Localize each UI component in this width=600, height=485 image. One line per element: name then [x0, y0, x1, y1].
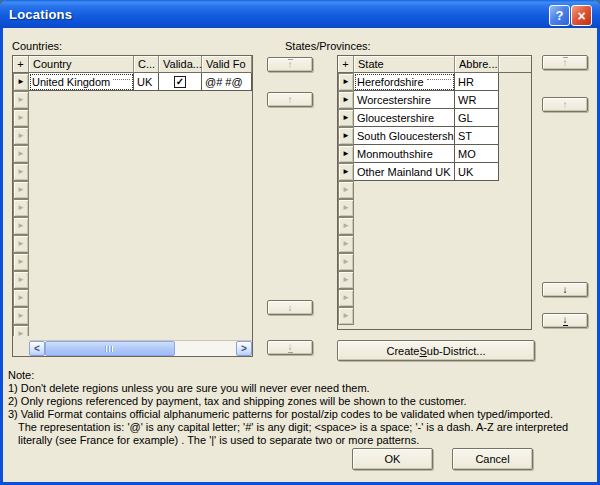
row-selector: ► [13, 253, 29, 271]
close-button[interactable]: × [571, 5, 592, 26]
create-sub-district-label-rest: ub-District... [427, 345, 486, 357]
move-up-icon: ↑ [288, 95, 293, 105]
states-grid-rows: ►HerefordshireHR►WorcestershireWR►Glouce… [338, 73, 531, 181]
row-selector[interactable]: ► [338, 127, 354, 145]
row-selector: ► [13, 109, 29, 127]
row-selector: ► [13, 289, 29, 307]
validate-cell[interactable]: ✓ [159, 73, 202, 91]
create-sub-district-button[interactable]: Create Sub-District... [337, 340, 535, 361]
states-row[interactable]: ►GloucestershireGL [338, 109, 531, 127]
scroll-left-icon: < [34, 344, 40, 354]
row-selector: ► [338, 235, 354, 253]
states-label: States/Provinces: [285, 40, 371, 52]
state-cell[interactable]: Other Mainland UK ... [354, 163, 455, 181]
empty-row: ► [13, 217, 252, 235]
row-selector: ► [338, 289, 354, 307]
abbrev-cell[interactable]: HR [455, 73, 499, 91]
row-selector: ► [338, 199, 354, 217]
states-row[interactable]: ►HerefordshireHR [338, 73, 531, 91]
countries-corner-header[interactable]: + [13, 56, 29, 73]
states-empty-rows: ►►►►►►►► [338, 181, 531, 325]
row-selector: ► [338, 271, 354, 289]
row-selector: ► [13, 163, 29, 181]
scroll-left-button[interactable]: < [29, 341, 45, 356]
state-cell[interactable]: South Gloucestershire [354, 127, 455, 145]
abbrev-cell[interactable]: UK [455, 163, 499, 181]
help-icon: ? [556, 8, 564, 23]
help-button[interactable]: ? [549, 5, 570, 26]
countries-empty-rows: ►►►►►►►►►►►►►► [13, 91, 252, 336]
empty-row: ► [338, 271, 531, 289]
states-move-down-button[interactable]: ↓ [542, 282, 588, 297]
move-last-icon: ↓ [288, 342, 293, 353]
state-cell[interactable]: Herefordshire [354, 73, 455, 91]
move-first-icon: ↑ [288, 59, 293, 70]
row-selector[interactable]: ► [338, 163, 354, 181]
state-cell[interactable]: Monmouthshire [354, 145, 455, 163]
empty-row: ► [338, 253, 531, 271]
states-grid: + State Abbre... ►HerefordshireHR►Worces… [337, 55, 532, 330]
states-row[interactable]: ►Other Mainland UK ...UK [338, 163, 531, 181]
state-cell[interactable]: Gloucestershire [354, 109, 455, 127]
row-selector[interactable]: ► [338, 91, 354, 109]
countries-move-last-button: ↓ [267, 340, 313, 355]
row-selector[interactable]: ► [338, 109, 354, 127]
countries-row[interactable]: ► United Kingdom UK ✓ @# #@ [13, 73, 252, 91]
countries-column-country[interactable]: Country [29, 56, 134, 73]
country-code-cell[interactable]: UK [134, 73, 159, 91]
move-last-icon: ↓ [563, 315, 568, 326]
countries-move-up-button: ↑ [267, 92, 313, 107]
cancel-button[interactable]: Cancel [452, 448, 533, 470]
states-row[interactable]: ►South GloucestershireST [338, 127, 531, 145]
row-selector: ► [13, 271, 29, 289]
states-row[interactable]: ►MonmouthshireMO [338, 145, 531, 163]
empty-row: ► [13, 235, 252, 253]
countries-horizontal-scrollbar[interactable]: < > [29, 340, 252, 356]
states-corner-header[interactable]: + [338, 56, 354, 73]
window-title: Locations [0, 7, 72, 22]
title-bar[interactable]: Locations ? × [0, 0, 600, 28]
row-selector: ► [13, 145, 29, 163]
row-selector: ► [13, 307, 29, 325]
empty-row: ► [13, 181, 252, 199]
validate-checkbox[interactable]: ✓ [174, 76, 186, 88]
abbrev-cell[interactable]: WR [455, 91, 499, 109]
states-move-last-button[interactable]: ↓ [542, 313, 588, 328]
row-selector: ► [338, 253, 354, 271]
country-cell[interactable]: United Kingdom [29, 73, 134, 91]
empty-row: ► [13, 163, 252, 181]
states-move-up-button: ↑ [542, 97, 588, 112]
scrollbar-grip-icon [105, 346, 114, 352]
empty-row: ► [338, 307, 531, 325]
note-line: 2) Only regions referenced by payment, t… [8, 395, 594, 408]
abbrev-cell[interactable]: ST [455, 127, 499, 145]
states-column-state[interactable]: State [354, 56, 455, 73]
state-cell[interactable]: Worcestershire [354, 91, 455, 109]
note-line: The representation is: '@' is any capita… [8, 421, 594, 434]
row-selector[interactable]: ► [338, 145, 354, 163]
scroll-right-button[interactable]: > [236, 341, 252, 356]
abbrev-cell[interactable]: MO [455, 145, 499, 163]
scrollbar-track[interactable] [45, 341, 236, 356]
check-icon: ✓ [176, 77, 184, 87]
countries-column-code[interactable]: C... [134, 56, 159, 73]
row-selector[interactable]: ► [338, 73, 354, 91]
countries-label: Countries: [12, 40, 62, 52]
scrollbar-thumb[interactable] [45, 341, 175, 356]
countries-grid: + Country C... Valida... Valid Fo ► Unit… [12, 55, 253, 357]
row-selector[interactable]: ► [13, 73, 29, 91]
states-column-abbrev[interactable]: Abbre... [455, 56, 499, 73]
abbrev-cell[interactable]: GL [455, 109, 499, 127]
valid-format-cell[interactable]: @# #@ [202, 73, 252, 91]
locations-dialog: Locations ? × Countries: States/Province… [0, 0, 600, 485]
ok-button[interactable]: OK [352, 448, 433, 470]
countries-column-validate[interactable]: Valida... [159, 56, 202, 73]
row-selector: ► [13, 199, 29, 217]
states-row[interactable]: ►WorcestershireWR [338, 91, 531, 109]
states-header-filler [499, 56, 531, 73]
empty-row: ► [13, 145, 252, 163]
empty-row: ► [338, 217, 531, 235]
close-icon: × [577, 8, 585, 24]
note-line: 3) Valid Format contains official alphan… [8, 408, 594, 421]
countries-column-valid-format[interactable]: Valid Fo [202, 56, 252, 73]
